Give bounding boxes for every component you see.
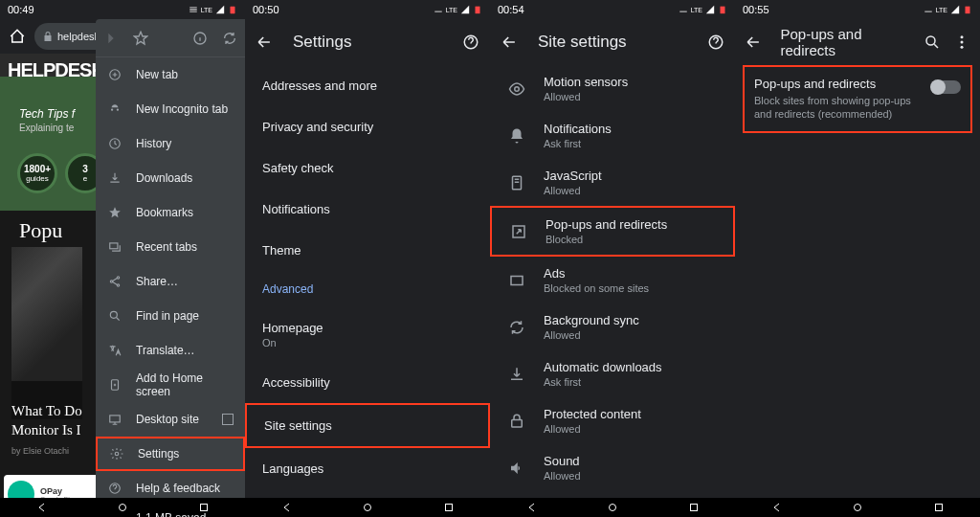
ads-icon [507, 271, 526, 290]
help-icon [107, 481, 122, 496]
svg-point-19 [364, 505, 370, 511]
svg-rect-27 [512, 419, 523, 427]
menu-new-tab[interactable]: New tab [96, 57, 245, 92]
menu-translate[interactable]: Translate… [96, 333, 245, 368]
plus-icon [107, 67, 122, 82]
nav-back-icon[interactable] [33, 502, 50, 513]
svg-rect-10 [110, 416, 121, 422]
site-item-bell[interactable]: NotificationsAsk first [490, 112, 735, 159]
panel-popups: 00:55LTE Pop-ups and redirects Pop-ups a… [735, 0, 980, 517]
svg-point-32 [926, 36, 935, 45]
site-item-download[interactable]: Automatic downloadsAsk first [490, 350, 735, 397]
settings-addresses[interactable]: Addresses and more [245, 65, 490, 106]
menu-downloads[interactable]: Downloads [96, 161, 245, 195]
article-author: by Elsie Otachi [11, 446, 69, 456]
time: 00:49 [8, 4, 34, 15]
status-bar: 00:49 LTE [0, 0, 245, 19]
menu-help[interactable]: Help & feedback [96, 471, 245, 506]
settings-privacy[interactable]: Privacy and security [245, 106, 490, 147]
settings-homepage[interactable]: HomepageOn [245, 307, 490, 362]
add-home-icon [107, 377, 122, 393]
svg-rect-4 [110, 243, 118, 249]
panel-site-settings: 00:54LTE Site settings Motion sensorsAll… [490, 0, 735, 517]
article-card[interactable] [11, 247, 82, 419]
settings-site-settings[interactable]: Site settings [245, 403, 490, 448]
svg-point-7 [117, 284, 119, 286]
js-icon [507, 173, 526, 192]
svg-rect-31 [966, 7, 970, 14]
site-item-data[interactable]: Data stored [490, 491, 735, 498]
gear-icon [109, 446, 124, 461]
svg-point-34 [961, 41, 964, 44]
settings-lite-mode[interactable]: Lite mode1% data savings [245, 489, 490, 498]
tagline: Tech Tips f [19, 107, 75, 121]
menu-find[interactable]: Find in page [96, 299, 245, 333]
svg-point-36 [854, 505, 860, 511]
download-icon [107, 170, 122, 186]
svg-point-29 [609, 505, 615, 511]
history-icon [107, 136, 122, 151]
download-icon[interactable] [157, 25, 184, 52]
download-icon [507, 365, 526, 384]
search-icon [107, 308, 122, 324]
motion-icon [507, 79, 526, 99]
menu-incognito[interactable]: New Incognito tab [96, 92, 245, 126]
menu-data-saved[interactable]: 1.1 MB savedsince 20 Jan [96, 506, 245, 517]
more-icon[interactable] [950, 29, 974, 56]
settings-advanced-header: Advanced [245, 271, 490, 307]
back-icon[interactable] [741, 29, 765, 56]
tagline-sub: Explaining te [19, 123, 74, 133]
refresh-icon[interactable] [216, 25, 243, 52]
back-icon[interactable] [251, 29, 278, 56]
svg-point-35 [961, 46, 964, 49]
menu-settings[interactable]: Settings [96, 437, 245, 471]
settings-notifications[interactable]: Notifications [245, 189, 490, 230]
svg-rect-30 [691, 505, 698, 511]
popups-toggle-row[interactable]: Pop-ups and redirects Block sites from s… [743, 65, 972, 133]
sound-icon [507, 459, 526, 478]
home-icon[interactable] [4, 23, 31, 50]
search-icon[interactable] [920, 29, 944, 56]
translate-icon [107, 343, 122, 358]
svg-point-33 [961, 35, 964, 38]
menu-bookmarks[interactable]: Bookmarks [96, 195, 245, 230]
back-icon[interactable] [496, 29, 523, 56]
menu-desktop-site[interactable]: Desktop site [96, 402, 245, 437]
menu-add-home[interactable]: Add to Home screen [96, 368, 245, 402]
menu-share[interactable]: Share… [96, 264, 245, 299]
share-icon [107, 274, 122, 289]
incognito-icon [107, 101, 122, 117]
settings-theme[interactable]: Theme [245, 230, 490, 271]
site-item-popup[interactable]: Pop-ups and redirectsBlocked [490, 206, 735, 257]
forward-icon[interactable] [98, 25, 124, 52]
toggle-switch[interactable] [932, 80, 961, 94]
site-item-motion[interactable]: Motion sensorsAllowed [490, 65, 735, 112]
site-item-sync[interactable]: Background syncAllowed [490, 303, 735, 350]
menu-history[interactable]: History [96, 126, 245, 161]
settings-languages[interactable]: Languages [245, 448, 490, 489]
site-item-ads[interactable]: AdsBlocked on some sites [490, 257, 735, 303]
svg-rect-17 [476, 7, 480, 14]
settings-accessibility[interactable]: Accessibility [245, 362, 490, 403]
settings-safety[interactable]: Safety check [245, 147, 490, 189]
star-icon[interactable] [127, 25, 154, 52]
status-icons: LTE [189, 5, 237, 14]
section-heading: Popu [19, 218, 62, 243]
recent-tabs-icon [107, 239, 122, 255]
desktop-icon [107, 412, 122, 427]
star-icon [107, 205, 122, 220]
panel-browser-menu: 00:49 LTE helpdesk HELPDESK Tech Tips f … [0, 0, 245, 517]
site-logo: HELPDESK [8, 59, 104, 81]
info-icon[interactable] [187, 25, 213, 52]
site-item-protected[interactable]: Protected contentAllowed [490, 397, 735, 444]
help-icon[interactable] [457, 29, 484, 56]
site-item-sound[interactable]: SoundAllowed [490, 444, 735, 491]
protected-icon [507, 412, 526, 431]
app-bar: Settings [245, 19, 490, 65]
help-icon[interactable] [702, 29, 729, 56]
svg-rect-21 [721, 7, 725, 14]
svg-point-11 [115, 452, 119, 456]
menu-recent-tabs[interactable]: Recent tabs [96, 230, 245, 264]
site-item-js[interactable]: JavaScriptAllowed [490, 159, 735, 206]
sync-icon [507, 318, 526, 337]
